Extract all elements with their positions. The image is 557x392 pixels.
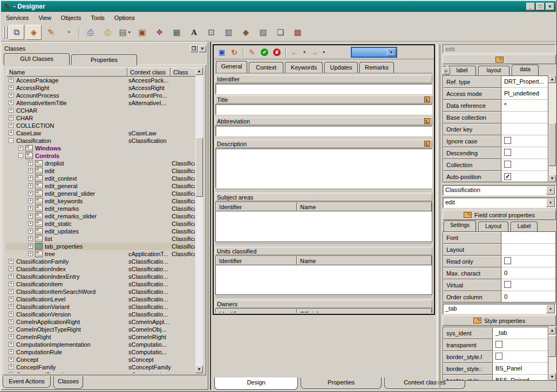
expand-toggle[interactable]: +: [28, 214, 33, 218]
context-combo[interactable]: ▼: [351, 47, 397, 58]
menu-services[interactable]: Services: [1, 13, 33, 22]
field-input-abbreviation[interactable]: [215, 126, 432, 136]
scroll-up-button[interactable]: ▲: [195, 67, 203, 75]
prop-tab-layout[interactable]: layout: [478, 66, 510, 75]
expand-toggle[interactable]: +: [28, 168, 33, 173]
expand-toggle[interactable]: +: [28, 229, 33, 233]
style-grid-scrollbar[interactable]: ▲ ▼: [548, 327, 556, 381]
expand-toggle[interactable]: +: [9, 372, 13, 373]
maximize-button[interactable]: □: [536, 3, 545, 10]
property-value[interactable]: 0: [501, 291, 555, 302]
property-value[interactable]: [501, 232, 555, 244]
forward-button[interactable]: →: [308, 47, 320, 58]
tree-row[interactable]: +ComputationRulesComputatio...: [6, 348, 195, 356]
property-value[interactable]: [493, 351, 548, 363]
table-column-name[interactable]: Name: [297, 202, 432, 211]
checkbox[interactable]: [504, 149, 511, 156]
tree-row[interactable]: -Controls: [6, 152, 195, 160]
forward-dropdown-button[interactable]: ▼: [321, 47, 327, 58]
scrollbar-thumb[interactable]: [548, 335, 556, 357]
expand-toggle[interactable]: +: [9, 342, 13, 347]
expand-toggle[interactable]: +: [28, 244, 33, 249]
printer-blue-button[interactable]: ⎙: [83, 25, 98, 40]
invalidate-button[interactable]: ✘: [271, 47, 283, 58]
tree-row[interactable]: +ComeInApplicationRightsComeInAppl...: [6, 318, 195, 326]
column-header-name[interactable]: Name: [6, 67, 127, 77]
form-tab-general[interactable]: General: [216, 61, 247, 73]
expand-toggle[interactable]: +: [9, 274, 13, 279]
expand-toggle[interactable]: +: [9, 93, 13, 98]
expand-toggle[interactable]: +: [9, 259, 13, 264]
expand-toggle[interactable]: +: [28, 176, 33, 181]
property-value[interactable]: [501, 244, 555, 256]
tree-row[interactable]: +ClassificationFamilysClassificatio...: [6, 258, 195, 265]
tree-row[interactable]: +CaseLawsCaseLaw: [6, 129, 195, 137]
scroll-up-button[interactable]: ▲: [548, 327, 556, 334]
package-button[interactable]: ◈: [26, 25, 42, 40]
tab-gui-classes[interactable]: GUI Classes: [4, 53, 70, 65]
dropdown-caret-icon[interactable]: ▼: [128, 31, 131, 34]
tree-row[interactable]: +ClassificationItemSearchWordsClassifica…: [6, 288, 195, 295]
tree-row[interactable]: +edit_contextClassifica...: [6, 175, 195, 182]
tree-row[interactable]: +edit_keywordsClassifica...: [6, 197, 195, 205]
view-tab-design[interactable]: Design: [214, 377, 298, 390]
back-dropdown-button[interactable]: ▼: [301, 47, 308, 58]
tree-row[interactable]: +edit_generalClassifica...: [6, 182, 195, 190]
tree-row[interactable]: +ClassificationLevelsClassificatio...: [6, 295, 195, 303]
back-button[interactable]: ←: [289, 47, 301, 58]
expand-toggle[interactable]: -: [9, 138, 13, 143]
checkbox[interactable]: [495, 353, 502, 360]
tree-row[interactable]: +edit_remarksClassifica...: [6, 205, 195, 212]
property-value[interactable]: [493, 339, 548, 351]
property-value[interactable]: [501, 147, 548, 159]
table-column-name[interactable]: Name: [297, 256, 432, 265]
prop-tab-label[interactable]: label: [448, 66, 476, 75]
tree-row[interactable]: +AccessPackagesAccessPack...: [6, 77, 195, 84]
tab-classes[interactable]: Classes: [53, 376, 83, 389]
tree-row[interactable]: +CHAR: [6, 114, 195, 122]
view-tab-properties[interactable]: Properties: [301, 377, 382, 389]
expand-toggle[interactable]: +: [9, 281, 13, 286]
tree-row[interactable]: +ClassificationVariantsClassificatio...: [6, 303, 195, 311]
property-value[interactable]: [501, 112, 548, 123]
form-tab-remarks[interactable]: Remarks: [359, 62, 394, 73]
settings-tab-layout[interactable]: Layout: [478, 222, 508, 231]
checkbox[interactable]: [495, 341, 502, 348]
dropdown-button[interactable]: ▼: [387, 49, 396, 56]
list-window-button[interactable]: ▥: [221, 25, 236, 40]
font-button[interactable]: A: [186, 25, 202, 40]
expand-toggle[interactable]: +: [18, 146, 23, 150]
dropdown-button[interactable]: ▼: [546, 198, 555, 207]
tree-row[interactable]: +ConceptsConcept: [6, 356, 195, 363]
expand-toggle[interactable]: +: [9, 334, 13, 339]
tree-row[interactable]: +AccessRightsAccessRight: [6, 84, 195, 92]
expand-toggle[interactable]: +: [9, 123, 13, 128]
property-value[interactable]: *: [501, 100, 548, 112]
scroll-down-button[interactable]: ▼: [195, 366, 203, 373]
menu-tools[interactable]: Tools: [86, 13, 110, 22]
expand-toggle[interactable]: +: [28, 183, 33, 188]
expand-toggle[interactable]: +: [9, 130, 13, 135]
tree-scrollbar[interactable]: ▲ ▼: [195, 67, 203, 373]
expand-toggle[interactable]: +: [28, 221, 33, 226]
scroll-down-button[interactable]: ▼: [548, 373, 556, 381]
menu-options[interactable]: Options: [110, 13, 140, 22]
minimize-button[interactable]: _: [526, 3, 535, 10]
tree-row[interactable]: -ClassificationsClassification: [6, 137, 195, 145]
expand-toggle[interactable]: +: [9, 357, 13, 362]
section-splitter[interactable]: [216, 189, 432, 192]
table-column-identifier[interactable]: Identifier: [216, 256, 297, 265]
expand-toggle[interactable]: +: [9, 100, 13, 105]
section-splitter[interactable]: [216, 296, 432, 299]
property-value[interactable]: [501, 135, 548, 147]
panel-divider[interactable]: [210, 42, 211, 390]
tree-row[interactable]: +edit_staticClassifica...: [6, 220, 195, 228]
tab-properties[interactable]: Properties: [71, 54, 137, 65]
panel-splitter-grip[interactable]: [437, 44, 440, 387]
dropdown-button[interactable]: ▼: [546, 186, 555, 195]
save-button[interactable]: ▣: [216, 47, 228, 58]
expand-toggle[interactable]: +: [9, 304, 13, 309]
menu-view[interactable]: View: [33, 13, 56, 22]
links-button[interactable]: ❖: [152, 25, 167, 40]
tree-row[interactable]: +ClassificationItemsClassificatio...: [6, 280, 195, 288]
